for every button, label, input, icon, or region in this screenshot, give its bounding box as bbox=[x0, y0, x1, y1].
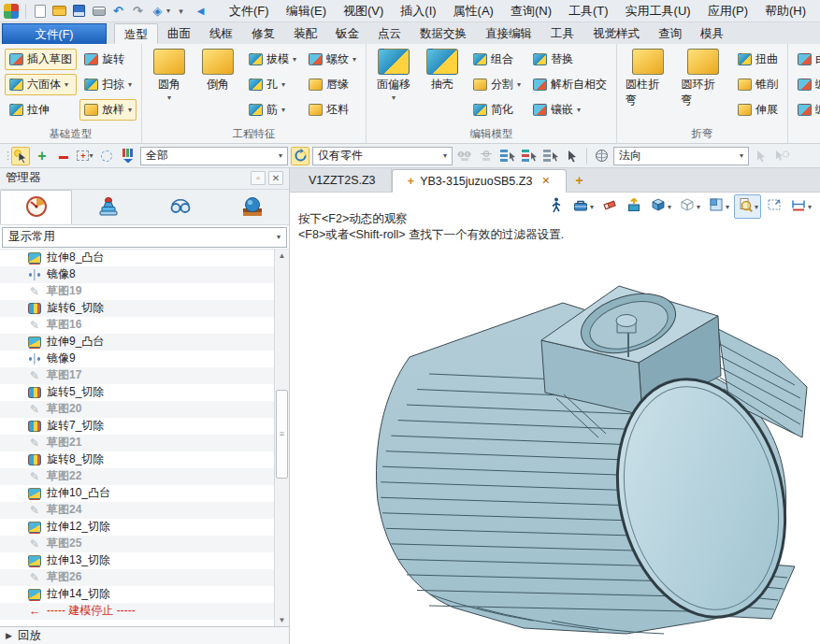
tree-item-草图21[interactable]: ✎草图21 bbox=[0, 435, 274, 451]
document-tab-V1ZZT2S.Z3[interactable]: V1ZZT2S.Z3 bbox=[294, 168, 392, 192]
tree-item------ 建模停止 -----[interactable]: ←----- 建模停止 ----- bbox=[0, 603, 274, 620]
marquee-select-button[interactable]: +▾ bbox=[76, 147, 94, 165]
scroll-thumb[interactable]: ≡ bbox=[276, 390, 288, 479]
ribbon-button-圆柱折弯[interactable]: 圆柱折弯 bbox=[622, 47, 673, 110]
ribbon-tab-线框[interactable]: 线框 bbox=[200, 23, 242, 44]
history-manager-tab[interactable] bbox=[0, 190, 72, 224]
tree-item-草图16[interactable]: ✎草图16 bbox=[0, 317, 274, 334]
file-menu-tab[interactable]: 文件(F) bbox=[2, 23, 107, 44]
ribbon-tab-工具[interactable]: 工具 bbox=[541, 23, 583, 44]
pick-highlight-button[interactable] bbox=[11, 147, 30, 165]
ribbon-button-简化[interactable]: 简化 bbox=[468, 99, 525, 121]
orientation-button[interactable] bbox=[592, 147, 611, 165]
cycle-pick-button[interactable] bbox=[291, 147, 309, 165]
menu-应用(P)[interactable]: 应用(P) bbox=[699, 0, 756, 21]
undo-button[interactable]: ↶ bbox=[109, 2, 127, 20]
ribbon-button-筋[interactable]: 筋▾ bbox=[244, 99, 301, 121]
ribbon-tab-直接编辑[interactable]: 直接编辑 bbox=[476, 23, 541, 44]
ribbon-button-分割[interactable]: 分割▾ bbox=[468, 74, 525, 95]
tree-item-草图19[interactable]: ✎草图19 bbox=[0, 283, 274, 300]
manager-restore-button[interactable]: ▫ bbox=[251, 171, 266, 185]
tree-item-拉伸12_切除[interactable]: 拉伸12_切除 bbox=[0, 519, 274, 536]
ribbon-tab-点云[interactable]: 点云 bbox=[368, 23, 410, 44]
menu-插入(I)[interactable]: 插入(I) bbox=[392, 0, 444, 21]
pick-cursor-button[interactable] bbox=[563, 147, 582, 165]
tree-item-草图20[interactable]: ✎草图20 bbox=[0, 401, 274, 418]
ribbon-button-六面体[interactable]: 六面体▾ bbox=[5, 74, 77, 95]
print-button[interactable] bbox=[90, 2, 108, 20]
new-document-tab-button[interactable]: + bbox=[567, 169, 593, 192]
visibility-manager-tab[interactable] bbox=[144, 190, 216, 224]
ribbon-button-扫掠[interactable]: 扫掠▾ bbox=[79, 74, 137, 95]
ribbon-button-圆环折弯[interactable]: 圆环折弯 bbox=[678, 47, 729, 110]
collapse-toolbar-button[interactable]: ◀ bbox=[192, 2, 209, 20]
tree-item-拉伸14_切除[interactable]: 拉伸14_切除 bbox=[0, 586, 274, 603]
ribbon-tab-视觉样式[interactable]: 视觉样式 bbox=[583, 23, 649, 44]
tree-item-旋转5_切除[interactable]: 旋转5_切除 bbox=[0, 384, 274, 401]
tree-item-草图17[interactable]: ✎草图17 bbox=[0, 367, 274, 384]
scroll-up-button[interactable]: ▲ bbox=[275, 250, 289, 263]
menu-编辑(E)[interactable]: 编辑(E) bbox=[278, 0, 335, 21]
menu-查询(N)[interactable]: 查询(N) bbox=[502, 0, 560, 21]
chain-select-button[interactable] bbox=[455, 147, 474, 165]
ribbon-button-螺纹[interactable]: 螺纹▾ bbox=[304, 49, 361, 70]
ribbon-tab-曲面[interactable]: 曲面 bbox=[158, 23, 200, 44]
document-tab-YB3-315juzuoSB5.Z3[interactable]: +YB3-315juzuoSB5.Z3✕ bbox=[392, 169, 567, 193]
ribbon-button-唇缘[interactable]: 唇缘 bbox=[304, 74, 361, 95]
pick-list-colored-button[interactable] bbox=[520, 147, 539, 165]
ribbon-button-组合[interactable]: 组合 bbox=[468, 49, 525, 70]
filter-type-combo[interactable]: 全部▾ bbox=[140, 147, 288, 165]
redo-button[interactable]: ↷ bbox=[129, 2, 147, 20]
ribbon-tab-造型[interactable]: 造型 bbox=[114, 23, 158, 44]
menu-帮助(H)[interactable]: 帮助(H) bbox=[756, 0, 814, 21]
tree-item-拉伸9_凸台[interactable]: 拉伸9_凸台 bbox=[0, 334, 274, 351]
pick-list-all-button[interactable] bbox=[541, 147, 560, 165]
ribbon-button-旋转[interactable]: 旋转 bbox=[79, 49, 137, 70]
chain-region-button[interactable] bbox=[477, 147, 496, 165]
select-options-button[interactable] bbox=[752, 147, 770, 165]
ribbon-button-面偏移[interactable]: 面偏移▾ bbox=[371, 47, 416, 104]
menu-属性(A)[interactable]: 属性(A) bbox=[445, 0, 502, 21]
orientation-combo[interactable]: 法向▾ bbox=[613, 147, 749, 165]
tree-item-镜像8[interactable]: 镜像8 bbox=[0, 266, 274, 283]
color-filter-button[interactable] bbox=[119, 147, 137, 165]
menu-文件(F)[interactable]: 文件(F) bbox=[221, 0, 278, 21]
tree-item-草图22[interactable]: ✎草图22 bbox=[0, 468, 274, 485]
new-file-button[interactable] bbox=[31, 2, 49, 20]
ribbon-button-解析自相交[interactable]: 解析自相交 bbox=[528, 74, 611, 95]
ribbon-tab-装配[interactable]: 装配 bbox=[284, 23, 326, 44]
view-manager-tab[interactable] bbox=[216, 190, 288, 224]
ribbon-button-缠[interactable]: 缠 bbox=[793, 99, 820, 121]
ribbon-button-拔模[interactable]: 拔模▾ bbox=[244, 49, 301, 70]
tree-scrollbar[interactable]: ▲ ≡ ▼ bbox=[274, 250, 289, 626]
tab-close-icon[interactable]: ✕ bbox=[541, 175, 550, 187]
regen-caret-icon[interactable]: ▾ bbox=[166, 7, 170, 15]
quick-access-options-button[interactable]: ▾ bbox=[172, 2, 190, 20]
ribbon-button-扭曲[interactable]: 扭曲 bbox=[733, 49, 783, 70]
ribbon-button-缠[interactable]: 缠 bbox=[793, 74, 820, 95]
viewport-3d[interactable]: 按下<F2>动态的观察 <F8>或者<Shift-roll> 查找下一个有效的过… bbox=[290, 193, 820, 644]
tree-item-旋转8_切除[interactable]: 旋转8_切除 bbox=[0, 451, 274, 468]
toolbar-grip[interactable]: ⋮ bbox=[3, 150, 8, 162]
ribbon-button-镶嵌[interactable]: 镶嵌▾ bbox=[528, 99, 611, 121]
remove-selection-button[interactable]: ▬ bbox=[54, 147, 73, 165]
ribbon-button-替换[interactable]: 替换 bbox=[528, 49, 611, 70]
ribbon-button-倒角[interactable]: 倒角 bbox=[195, 47, 240, 94]
tree-item-草图24[interactable]: ✎草图24 bbox=[0, 502, 274, 519]
ribbon-button-拉伸[interactable]: 拉伸 bbox=[5, 99, 77, 121]
tree-item-拉伸10_凸台[interactable]: 拉伸10_凸台 bbox=[0, 485, 274, 502]
assembly-manager-tab[interactable] bbox=[72, 190, 144, 224]
ribbon-button-圆角[interactable]: 圆角▾ bbox=[147, 47, 192, 104]
pick-list-button[interactable] bbox=[498, 147, 517, 165]
tree-item-草图26[interactable]: ✎草图26 bbox=[0, 569, 274, 586]
save-button[interactable] bbox=[70, 2, 88, 20]
ribbon-button-抽壳[interactable]: 抽壳 bbox=[420, 47, 465, 94]
tree-item-旋转7_切除[interactable]: 旋转7_切除 bbox=[0, 418, 274, 435]
tree-item-草图25[interactable]: ✎草图25 bbox=[0, 536, 274, 552]
ribbon-tab-修复[interactable]: 修复 bbox=[242, 23, 284, 44]
display-filter-combo[interactable]: 显示常用 ▾ bbox=[2, 227, 287, 248]
lasso-select-button[interactable] bbox=[97, 147, 116, 165]
ribbon-button-坯料[interactable]: 坯料 bbox=[304, 99, 361, 121]
ribbon-button-伸展[interactable]: 伸展 bbox=[733, 99, 783, 121]
select-settings-button[interactable] bbox=[773, 147, 792, 165]
